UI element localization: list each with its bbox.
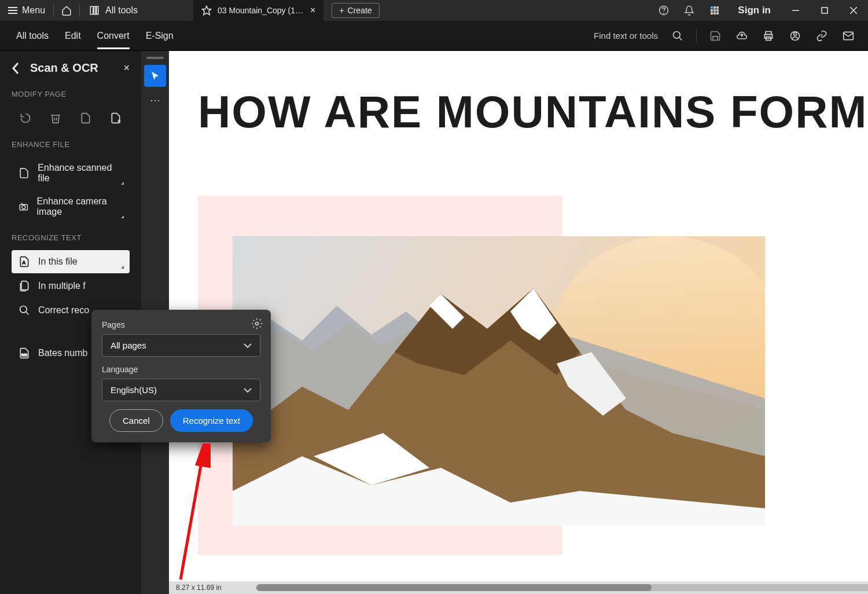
in-this-file-button[interactable]: A In this file [12, 250, 130, 273]
svg-point-31 [22, 206, 25, 209]
dropdown-indicator-icon [121, 182, 124, 185]
back-button[interactable] [12, 62, 20, 75]
enhance-scanned-button[interactable]: Enhance scanned file [12, 157, 130, 189]
create-button[interactable]: + Create [332, 3, 379, 18]
search-button[interactable] [666, 24, 689, 47]
gear-icon [251, 318, 263, 329]
insert-button[interactable] [108, 110, 124, 126]
svg-rect-2 [97, 6, 98, 14]
tab-close-button[interactable]: × [310, 5, 315, 16]
apps-button[interactable] [702, 0, 727, 21]
home-button[interactable] [54, 0, 79, 21]
minimize-button[interactable] [781, 0, 810, 21]
svg-rect-0 [90, 6, 93, 14]
maximize-button[interactable] [810, 0, 839, 21]
pages-label: Pages [102, 320, 260, 329]
titlebar: Menu All tools 03 Mountain_Copy (1).p...… [0, 0, 868, 21]
tab-title: 03 Mountain_Copy (1).p... [218, 6, 304, 15]
tab-convert[interactable]: Convert [89, 23, 138, 49]
minimize-icon [792, 7, 799, 14]
more-tools-button[interactable]: ⋯ [144, 89, 166, 111]
svg-text:A: A [23, 260, 25, 265]
link-button[interactable] [810, 24, 833, 47]
trash-icon [50, 112, 61, 124]
tab-edit[interactable]: Edit [57, 23, 89, 49]
main-toolbar: All tools Edit Convert E-Sign Find text … [0, 21, 868, 51]
notifications-button[interactable] [676, 0, 702, 21]
cursor-icon [150, 71, 160, 81]
menu-button[interactable]: Menu [0, 0, 53, 21]
files-icon [19, 280, 30, 292]
print-button[interactable] [757, 24, 780, 47]
svg-rect-1 [94, 6, 95, 14]
cancel-button[interactable]: Cancel [109, 409, 163, 432]
plus-icon: + [339, 6, 344, 15]
maximize-icon [821, 7, 828, 14]
sidebar-title: Scan & OCR [30, 61, 98, 75]
close-button[interactable] [839, 0, 868, 21]
document-page[interactable]: HOW ARE MOUNTAINS FORME [169, 51, 868, 594]
in-multiple-files-button[interactable]: In multiple f [12, 274, 130, 298]
mail-button[interactable] [837, 24, 860, 47]
svg-point-25 [794, 32, 797, 35]
save-icon [709, 30, 721, 42]
language-value: English(US) [111, 385, 157, 395]
scan-icon [19, 167, 30, 179]
svg-rect-8 [716, 6, 719, 9]
document-heading: HOW ARE MOUNTAINS FORME [198, 86, 868, 138]
delete-button[interactable] [47, 110, 64, 126]
in-this-file-label: In this file [38, 256, 78, 267]
correct-reco-label: Correct reco [38, 305, 89, 316]
extract-button[interactable] [78, 110, 94, 126]
enhance-camera-button[interactable]: Enhance camera image [12, 190, 130, 223]
language-select[interactable]: English(US) [102, 379, 260, 401]
svg-point-52 [256, 322, 259, 325]
dropdown-indicator-icon [121, 215, 124, 218]
pages-value: All pages [111, 340, 146, 350]
signin-button[interactable]: Sign in [727, 5, 781, 16]
select-tool-button[interactable] [144, 65, 166, 87]
link-icon [816, 30, 827, 42]
page-icon [80, 112, 91, 124]
help-button[interactable] [651, 0, 676, 21]
language-label: Language [102, 365, 260, 374]
horizontal-scrollbar[interactable] [256, 584, 868, 591]
status-bar: 8.27 x 11.69 in [169, 581, 868, 594]
rotate-icon [20, 112, 31, 124]
recognize-text-popup: Pages All pages Language English(US) Can… [91, 310, 271, 442]
search-icon [672, 30, 683, 42]
pages-select[interactable]: All pages [102, 334, 260, 357]
alltools-label: All tools [105, 5, 138, 16]
tab-alltools[interactable]: All tools [8, 23, 57, 49]
tools-icon [89, 5, 100, 16]
svg-rect-7 [713, 6, 716, 9]
file-text-icon: A [19, 256, 30, 267]
svg-rect-11 [716, 9, 719, 12]
recognize-text-button[interactable]: Recognize text [170, 409, 253, 432]
section-modify-page: MODIFY PAGE [12, 90, 130, 98]
toolbar-handle[interactable] [146, 57, 164, 59]
page-dimensions: 8.27 x 11.69 in [176, 584, 222, 592]
save-button[interactable] [704, 24, 727, 47]
cloud-icon [736, 30, 748, 42]
sidebar-close-button[interactable]: × [123, 62, 130, 74]
svg-line-20 [679, 37, 682, 40]
alltools-button[interactable]: All tools [80, 0, 147, 21]
number-icon: 012 [19, 347, 30, 359]
rotate-button[interactable] [17, 110, 34, 126]
find-placeholder[interactable]: Find text or tools [594, 31, 658, 41]
tab-esign[interactable]: E-Sign [138, 23, 182, 49]
chevron-down-icon [244, 388, 252, 393]
settings-button[interactable] [251, 318, 263, 329]
document-tab[interactable]: 03 Mountain_Copy (1).p... × [193, 0, 323, 21]
send-button[interactable] [784, 24, 807, 47]
svg-rect-9 [711, 9, 713, 12]
in-multiple-label: In multiple f [38, 281, 86, 291]
home-icon [61, 5, 72, 16]
hamburger-icon [8, 7, 17, 14]
cloud-button[interactable] [730, 24, 753, 47]
svg-rect-16 [822, 8, 827, 13]
page-plus-icon [110, 112, 122, 124]
scrollbar-thumb[interactable] [256, 584, 652, 591]
enhance-scanned-label: Enhance scanned file [38, 163, 123, 184]
